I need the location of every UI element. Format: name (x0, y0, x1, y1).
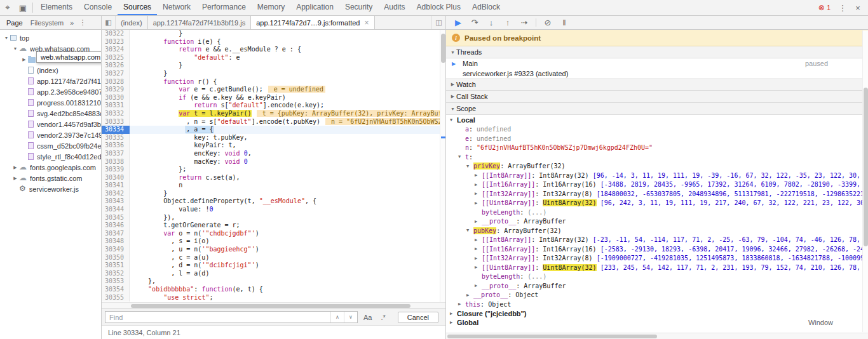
thread-item-serviceworker[interactable]: serviceworker.js #9323 (activated) (446, 69, 868, 79)
line-number[interactable]: 30334 (102, 126, 130, 134)
line-number[interactable]: 30354 (102, 286, 130, 294)
line-number[interactable]: 30355 (102, 294, 130, 302)
device-toolbar-icon[interactable]: ▣ (15, 0, 31, 15)
line-number[interactable]: 30340 (102, 174, 130, 182)
scope-property-row[interactable]: byteLength: (...) (446, 272, 868, 282)
scope-property-row[interactable]: ▼pubKey: ArrayBuffer(32) (446, 226, 868, 236)
scrollbar-thumb[interactable] (441, 34, 445, 63)
line-number[interactable]: 30338 (102, 158, 130, 166)
match-case-button[interactable]: Aa (360, 314, 375, 321)
line-number[interactable]: 30322 (102, 30, 130, 38)
tree-item-vendor1-4457d9af3bcf[interactable]: vendor1.4457d9af3bcf (0, 119, 101, 130)
line-number[interactable]: 30348 (102, 237, 130, 246)
tab-adblock-plus[interactable]: Adblock Plus (411, 0, 466, 15)
line-number[interactable]: 30345 (102, 214, 130, 222)
line-number[interactable]: 30332 (102, 110, 130, 118)
chevron-down-icon[interactable]: ▼ (458, 154, 465, 159)
line-number[interactable]: 30339 (102, 166, 130, 174)
line-number[interactable]: 30329 (102, 86, 130, 94)
editor-tab-app-12174fa72d7-9-js-formatted[interactable]: app.12174fa72d7…9.js:formatted× (251, 16, 374, 29)
line-number[interactable]: 30347 (102, 230, 130, 238)
line-number[interactable]: 30337 (102, 150, 130, 158)
scope-property-row[interactable]: ▶__proto__: ArrayBuffer (446, 217, 868, 227)
line-number[interactable]: 30327 (102, 70, 130, 78)
scrollbar-thumb[interactable] (447, 335, 657, 338)
line-number[interactable]: 30344 (102, 206, 130, 214)
code-editor[interactable]: 30322 }30323 function i(e) {30324 return… (102, 30, 445, 302)
chevron-right-icon[interactable]: ▶ (475, 256, 482, 261)
line-number[interactable]: 30353 (102, 277, 130, 286)
scope-property-row[interactable]: ▼privKey: ArrayBuffer(32) (446, 162, 868, 171)
devtools-menu-icon[interactable]: ⋮ (835, 3, 850, 13)
tree-item-svg-4ed2bc85e4883d1[interactable]: svg.4ed2bc85e4883d1 (0, 108, 101, 119)
line-number[interactable]: 30343 (102, 197, 130, 206)
scrollbar-thumb[interactable] (131, 304, 410, 308)
chevron-right-icon[interactable]: ▶ (475, 191, 482, 196)
chevron-right-icon[interactable]: ▶ (450, 320, 457, 325)
callstack-section-header[interactable]: ▶ Call Stack (446, 91, 868, 103)
scope-property-row[interactable]: ▶[[Uint8Array]]: Uint8Array(32) [96, 242… (446, 199, 868, 208)
chevron-right-icon[interactable]: ▶ (11, 165, 19, 170)
scope-property-row[interactable]: ▼t: (446, 152, 868, 162)
scope-property-row[interactable]: ▶[[Int16Array]]: Int16Array(16) [-3488, … (446, 180, 868, 190)
scope-section[interactable]: ▶GlobalWindow (446, 318, 868, 328)
tab-memory[interactable]: Memory (252, 0, 290, 15)
scope-section[interactable]: ▶Closure ("jcjciedbb") (446, 309, 868, 319)
line-number[interactable]: 30352 (102, 270, 130, 278)
close-tab-icon[interactable]: × (364, 18, 369, 27)
error-badge[interactable]: ⊗ 1 (814, 3, 835, 12)
scope-section-header[interactable]: ▼ Scope (446, 103, 868, 115)
find-input[interactable] (105, 312, 330, 322)
line-number[interactable]: 30346 (102, 222, 130, 230)
line-number[interactable]: 30324 (102, 46, 130, 54)
line-number[interactable]: 30328 (102, 78, 130, 86)
tree-item-serviceworker-js[interactable]: ⚙serviceworker.js (0, 183, 101, 194)
scope-property-row[interactable]: ▶__proto__: Object (446, 291, 868, 300)
scope-property-row[interactable]: ▶[[Int8Array]]: Int8Array(32) [96, -14, … (446, 171, 868, 180)
pause-on-exceptions-button[interactable]: ‖ (556, 18, 573, 27)
line-number[interactable]: 30349 (102, 246, 130, 254)
editor-tab-app-12174fa72d7f41b3bf19-js[interactable]: app.12174fa72d7f41b3bf19.js (148, 16, 252, 29)
scope-property-row[interactable]: ▶this: Object (446, 300, 868, 309)
chevron-right-icon[interactable]: ▶ (475, 201, 482, 206)
inspect-element-icon[interactable]: ⌖ (0, 0, 15, 15)
chevron-down-icon[interactable]: ▼ (3, 36, 10, 40)
tab-performance[interactable]: Performance (196, 0, 252, 15)
editor-vertical-scrollbar[interactable] (440, 30, 445, 302)
tab-application[interactable]: Application (290, 0, 339, 15)
cancel-button[interactable]: Cancel (398, 312, 438, 323)
regex-button[interactable]: .* (377, 314, 388, 321)
chevron-right-icon[interactable]: ▶ (450, 311, 457, 316)
line-number[interactable]: 30325 (102, 54, 130, 62)
tree-item-app-12174fa72d7f41b3bf19-js[interactable]: app.12174fa72d7f41b3bf19.js (0, 76, 101, 86)
tree-item-app-2-3e958ce9480710[interactable]: app.2.3e958ce9480710 (0, 86, 101, 97)
tab-network[interactable]: Network (157, 0, 196, 15)
scope-property-row[interactable]: ▶[[Uint8Array]]: Uint8Array(32) [233, 24… (446, 263, 868, 272)
scope-horizontal-scrollbar[interactable] (446, 333, 868, 339)
scope-property-row[interactable]: n: "6fU2jnVHAufBT5hK0n5ObWSZjp7Dmwj6kgpd… (446, 143, 868, 153)
tab-elements[interactable]: Elements (35, 0, 78, 15)
step-out-button[interactable]: ↑ (499, 18, 516, 27)
scope-section[interactable]: ▼Local (446, 116, 868, 125)
chevron-right-icon[interactable]: ▶ (475, 265, 482, 270)
scope-property-row[interactable]: a: undefined (446, 125, 868, 135)
tree-item-top[interactable]: ▼top (0, 32, 101, 43)
tree-item-progress-0018312102b[interactable]: progress.0018312102b (0, 97, 101, 108)
chevron-down-icon[interactable]: ▼ (450, 117, 457, 123)
chevron-right-icon[interactable]: ▶ (475, 283, 482, 288)
tab-sources[interactable]: Sources (118, 0, 157, 15)
line-number[interactable]: 30335 (102, 134, 130, 142)
line-number[interactable]: 30341 (102, 182, 130, 190)
chevron-right-icon[interactable]: ▶ (475, 246, 482, 251)
tab-console[interactable]: Console (78, 0, 118, 15)
tab-adblock[interactable]: AdBlock (466, 0, 506, 15)
chevron-right-icon[interactable]: ▶ (458, 302, 465, 307)
scope-property-row[interactable]: ▶__proto__: ArrayBuffer (446, 281, 868, 291)
tree-item-index[interactable]: (index) (0, 65, 101, 76)
find-previous-icon[interactable]: ∧ (330, 312, 344, 322)
scrollbar-thumb[interactable] (864, 88, 868, 246)
more-tabs-icon[interactable]: » (67, 19, 76, 27)
step-into-button[interactable]: ↓ (483, 18, 499, 27)
step-button[interactable]: ⇢ (516, 18, 532, 27)
editor-tab-index[interactable]: (index) (116, 16, 148, 29)
